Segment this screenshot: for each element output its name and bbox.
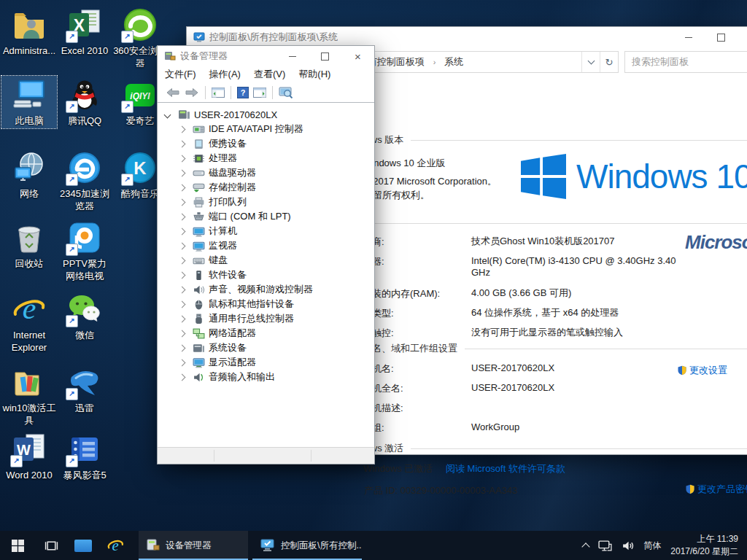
tree-chevron-icon[interactable] — [179, 184, 186, 191]
maximize-button[interactable] — [705, 27, 738, 47]
clock[interactable]: 上午 11:39 2017/6/20 星期二 — [670, 533, 738, 558]
tree-chevron-icon[interactable] — [179, 286, 186, 293]
uac-shield-icon — [677, 365, 687, 376]
tree-chevron-icon[interactable] — [179, 213, 186, 220]
tree-chevron-icon[interactable] — [179, 228, 186, 235]
tree-chevron-icon[interactable] — [179, 373, 186, 381]
desktop-icon-this-pc[interactable]: 此电脑 — [1, 76, 57, 128]
taskbar-button-control-panel[interactable]: 控制面板\所有控制... — [252, 531, 362, 560]
desktop-icon-word-2010[interactable]: W↗Word 2010 — [1, 430, 57, 483]
menu-file[interactable]: 文件(F) — [165, 68, 196, 81]
taskbar-button-device-manager[interactable]: 设备管理器 — [139, 531, 248, 560]
tree-item[interactable]: 软件设备 — [158, 268, 373, 282]
pinned-blue-screen-app[interactable] — [67, 531, 99, 560]
desktop-icon-2345-browser[interactable]: ↗2345加速浏览器 — [57, 149, 112, 214]
windows-flag-icon — [521, 154, 566, 199]
help-icon[interactable]: ? — [235, 85, 251, 100]
device-category-icon — [193, 372, 205, 383]
windows-10-logo: Windows 10 — [521, 154, 747, 199]
menu-bar: 文件(F) 操作(A) 查看(V) 帮助(H) — [158, 66, 374, 82]
tree-item[interactable]: 显示适配器 — [158, 355, 373, 370]
toolbar-separator — [205, 86, 206, 99]
menu-help[interactable]: 帮助(H) — [298, 68, 330, 81]
desktop-icon-wechat[interactable]: ↗微信 — [57, 290, 112, 343]
desktop-icon-xunlei[interactable]: ↗迅雷 — [57, 363, 112, 416]
hidden-icons-chevron-icon[interactable] — [582, 542, 590, 551]
desktop-icon-tencent-qq[interactable]: ↗腾讯QQ — [57, 76, 112, 128]
tree-chevron-icon[interactable] — [179, 169, 186, 176]
address-dropdown-icon[interactable] — [581, 52, 600, 72]
forward-icon[interactable] — [182, 86, 201, 99]
breadcrumb-system[interactable]: 系统 — [441, 55, 466, 69]
system-window-titlebar[interactable]: 控制面板\所有控制面板项\系统 × — [187, 27, 747, 47]
close-button[interactable]: × — [341, 46, 374, 66]
tree-item[interactable]: 打印队列 — [158, 195, 373, 209]
tree-item[interactable]: 键盘 — [158, 253, 373, 268]
maximize-button[interactable] — [309, 46, 341, 66]
refresh-icon[interactable]: ↻ — [600, 52, 618, 72]
desktop-icon-excel-2010[interactable]: X↗Excel 2010 — [57, 6, 112, 58]
tree-item[interactable]: 计算机 — [158, 224, 373, 238]
task-view-button[interactable] — [35, 531, 67, 560]
tree-chevron-icon[interactable] — [179, 257, 186, 264]
tree-chevron-icon[interactable] — [179, 140, 186, 147]
tree-chevron-icon[interactable] — [179, 242, 186, 249]
tree-chevron-icon[interactable] — [179, 125, 186, 133]
desktop-icon-recycle-bin[interactable]: 回收站 — [1, 219, 57, 271]
tree-item[interactable]: 监视器 — [158, 238, 373, 253]
tree-item[interactable]: 便携设备 — [158, 136, 373, 151]
tree-root-computer[interactable]: USER-20170620LX — [158, 107, 373, 122]
menu-action[interactable]: 操作(A) — [209, 68, 241, 81]
language-indicator[interactable]: 简体 — [643, 540, 661, 552]
close-button[interactable]: × — [738, 27, 747, 47]
svg-text:e: e — [112, 537, 118, 553]
volume-icon[interactable] — [622, 540, 634, 551]
tree-item[interactable]: 声音、视频和游戏控制器 — [158, 282, 373, 297]
desktop-icon-label: 回收站 — [1, 257, 57, 270]
license-terms-link[interactable]: 阅读 Microsoft 软件许可条款 — [446, 463, 565, 474]
change-settings-link[interactable]: 更改设置 — [677, 364, 727, 377]
tree-chevron-icon[interactable] — [179, 315, 186, 322]
desktop-icon-pptv[interactable]: ↗PPTV聚力 网络电视 — [57, 219, 112, 284]
tree-item[interactable]: 网络适配器 — [158, 326, 373, 341]
network-icon[interactable] — [598, 540, 612, 551]
scan-hardware-icon[interactable] — [276, 85, 295, 100]
tree-chevron-icon[interactable] — [164, 111, 171, 118]
menu-view[interactable]: 查看(V) — [254, 68, 285, 81]
desktop-icon-network[interactable]: 网络 — [1, 149, 57, 201]
desktop-icon-storm-player[interactable]: ↗暴风影音5 — [57, 430, 112, 483]
tree-item[interactable]: IDE ATA/ATAPI 控制器 — [158, 122, 373, 136]
console-tree-icon[interactable] — [209, 86, 227, 99]
tree-item[interactable]: 磁盘驱动器 — [158, 166, 373, 180]
tree-item[interactable]: 存储控制器 — [158, 180, 373, 195]
tree-item[interactable]: 系统设备 — [158, 341, 373, 355]
desktop-icon-internet-explorer[interactable]: eInternet Explorer — [1, 290, 57, 355]
tree-item[interactable]: 端口 (COM 和 LPT) — [158, 209, 373, 224]
tree-item-label: 网络适配器 — [209, 327, 256, 340]
desktop-icon-administrator[interactable]: Administra... — [1, 6, 57, 58]
action-pane-icon[interactable] — [251, 86, 268, 99]
back-icon[interactable] — [163, 86, 182, 99]
tree-chevron-icon[interactable] — [179, 300, 186, 308]
tree-chevron-icon[interactable] — [179, 359, 186, 366]
start-button[interactable] — [0, 531, 35, 560]
minimize-button[interactable] — [672, 27, 705, 47]
tree-item[interactable]: 处理器 — [158, 151, 373, 166]
search-input[interactable]: 搜索控制面板 — [624, 51, 747, 73]
tree-chevron-icon[interactable] — [179, 344, 186, 351]
xunlei-icon: ↗ — [67, 365, 102, 400]
device-manager-titlebar[interactable]: 设备管理器 × — [158, 46, 374, 66]
desktop-icon-win10-activator[interactable]: win10激活工具 — [1, 363, 57, 428]
tree-item[interactable]: 通用串行总线控制器 — [158, 311, 373, 326]
tree-chevron-icon[interactable] — [179, 330, 186, 337]
info-value: USER-20170620LX — [471, 362, 694, 376]
change-product-key-link[interactable]: 更改产品密钥 — [685, 483, 747, 496]
tree-chevron-icon[interactable] — [179, 271, 186, 279]
tree-item[interactable]: 音频输入和输出 — [158, 370, 373, 384]
shortcut-arrow-icon: ↗ — [121, 101, 133, 113]
tree-chevron-icon[interactable] — [179, 198, 186, 206]
minimize-button[interactable] — [276, 46, 309, 66]
pinned-internet-explorer[interactable]: e — [99, 531, 131, 560]
tree-chevron-icon[interactable] — [179, 155, 186, 162]
tree-item[interactable]: 鼠标和其他指针设备 — [158, 297, 373, 311]
